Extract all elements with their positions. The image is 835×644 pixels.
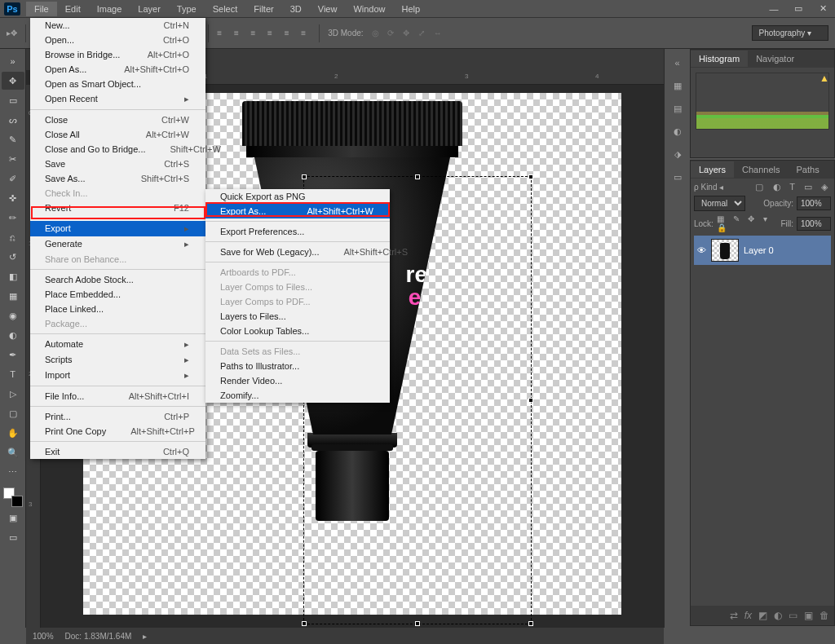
menu-item-render-video-[interactable]: Render Video... — [205, 373, 390, 388]
adjustments-panel-icon[interactable]: ◐ — [667, 122, 688, 140]
menu-item-color-lookup-tables-[interactable]: Color Lookup Tables... — [205, 324, 390, 338]
menu-help[interactable]: Help — [394, 2, 429, 16]
menu-item-save[interactable]: SaveCtrl+S — [30, 157, 205, 171]
tab-layers[interactable]: Layers — [691, 161, 734, 178]
menu-3d[interactable]: 3D — [282, 2, 310, 16]
menu-filter[interactable]: Filter — [245, 2, 281, 16]
minimize-button[interactable]: — — [762, 0, 786, 18]
menu-item-revert[interactable]: RevertF12 — [30, 201, 205, 215]
workspace-preset[interactable]: Photography ▾ — [752, 25, 829, 41]
menu-item-file-info-[interactable]: File Info...Alt+Shift+Ctrl+I — [30, 389, 205, 404]
new-layer-icon[interactable]: ▣ — [804, 610, 813, 621]
stamp-tool[interactable]: ⎌ — [2, 228, 24, 246]
menu-item-exit[interactable]: ExitCtrl+Q — [30, 444, 205, 459]
swatches-panel-icon[interactable]: ▤ — [667, 99, 688, 117]
tab-histogram[interactable]: Histogram — [691, 51, 748, 67]
eraser-tool[interactable]: ◧ — [2, 267, 24, 285]
menu-item-export[interactable]: Export — [30, 221, 205, 236]
layer-fx-icon[interactable]: fx — [744, 610, 752, 621]
layer-thumbnail[interactable] — [711, 239, 739, 262]
menu-item-layers-to-files-[interactable]: Layers to Files... — [205, 309, 390, 324]
menu-image[interactable]: Image — [89, 2, 130, 16]
panel-collapse-icon[interactable]: « — [667, 54, 688, 72]
layer-mask-icon[interactable]: ◩ — [758, 610, 767, 621]
menu-item-generate[interactable]: Generate — [30, 236, 205, 252]
tab-channels[interactable]: Channels — [734, 161, 788, 178]
menu-item-save-as-[interactable]: Save As...Shift+Ctrl+S — [30, 171, 205, 186]
menu-item-print-one-copy[interactable]: Print One CopyAlt+Shift+Ctrl+P — [30, 424, 205, 439]
menu-item-export-preferences-[interactable]: Export Preferences... — [205, 224, 390, 239]
restore-button[interactable]: ▭ — [786, 0, 811, 18]
type-tool[interactable]: T — [2, 365, 24, 383]
filter-icons[interactable]: ▢ ◐ T ▭ ◈ — [755, 182, 831, 192]
gradient-tool[interactable]: ▦ — [2, 287, 24, 305]
expand-icon[interactable]: » — [2, 52, 24, 70]
background-swatch[interactable] — [11, 496, 23, 507]
pen-tool[interactable]: ✒ — [2, 346, 24, 364]
menu-item-close-and-go-to-bridge-[interactable]: Close and Go to Bridge...Shift+Ctrl+W — [30, 142, 205, 157]
path-select-tool[interactable]: ▷ — [2, 385, 24, 403]
tab-navigator[interactable]: Navigator — [748, 51, 802, 67]
delete-layer-icon[interactable]: 🗑 — [820, 610, 829, 621]
menu-item-print-[interactable]: Print...Ctrl+P — [30, 409, 205, 424]
fill-input[interactable] — [797, 217, 831, 231]
dodge-tool[interactable]: ◐ — [2, 326, 24, 344]
hand-tool[interactable]: ✋ — [2, 424, 24, 442]
menu-layer[interactable]: Layer — [130, 2, 169, 16]
3d-mode-icons[interactable]: ◎ ⟳ ✥ ⤢ ↔ — [372, 29, 445, 37]
export-submenu[interactable]: Quick Export as PNGExport As...Alt+Shift… — [205, 189, 390, 403]
marquee-tool[interactable]: ▭ — [2, 91, 24, 109]
menu-select[interactable]: Select — [205, 2, 246, 16]
lasso-tool[interactable]: ᔕ — [2, 111, 24, 129]
adjustment-layer-icon[interactable]: ◐ — [774, 610, 782, 621]
styles-panel-icon[interactable]: ⬗ — [667, 145, 688, 163]
menu-type[interactable]: Type — [169, 2, 205, 16]
close-button[interactable]: ✕ — [811, 0, 835, 18]
menu-item-close[interactable]: CloseCtrl+W — [30, 112, 205, 127]
quickmask-tool[interactable]: ▣ — [2, 509, 24, 527]
menu-item-save-for-web-legacy-[interactable]: Save for Web (Legacy)...Alt+Shift+Ctrl+S — [205, 245, 390, 259]
menu-item-open-as-smart-object-[interactable]: Open as Smart Object... — [30, 77, 205, 91]
doc-size[interactable]: Doc: 1.83M/1.64M — [65, 632, 132, 641]
status-arrow-icon[interactable]: ▸ — [143, 632, 147, 641]
menu-item-new-[interactable]: New...Ctrl+N — [30, 18, 205, 33]
menu-item-open-[interactable]: Open...Ctrl+O — [30, 33, 205, 47]
menu-file[interactable]: File — [26, 2, 57, 16]
menu-item-scripts[interactable]: Scripts — [30, 352, 205, 368]
menu-item-place-linked-[interactable]: Place Linked... — [30, 302, 205, 316]
menu-window[interactable]: Window — [345, 2, 393, 16]
lock-icons[interactable]: ▦ ✎ ✥ ▾ 🔒 — [717, 214, 778, 232]
menu-item-search-adobe-stock-[interactable]: Search Adobe Stock... — [30, 272, 205, 287]
quick-select-tool[interactable]: ✎ — [2, 130, 24, 148]
menu-item-open-recent[interactable]: Open Recent — [30, 91, 205, 107]
brush-tool[interactable]: ✏ — [2, 209, 24, 227]
menu-item-export-as-[interactable]: Export As...Alt+Shift+Ctrl+W — [205, 204, 390, 218]
menu-view[interactable]: View — [310, 2, 346, 16]
group-icon[interactable]: ▭ — [789, 610, 797, 621]
screenmode-tool[interactable]: ▭ — [2, 528, 24, 546]
libraries-panel-icon[interactable]: ▭ — [667, 168, 688, 186]
crop-tool[interactable]: ✂ — [2, 150, 24, 168]
layer-row[interactable]: 👁 Layer 0 — [694, 236, 831, 265]
menu-item-zoomify-[interactable]: Zoomify... — [205, 388, 390, 403]
healing-tool[interactable]: ✜ — [2, 189, 24, 207]
link-layers-icon[interactable]: ⇄ — [730, 610, 738, 621]
tab-paths[interactable]: Paths — [789, 161, 828, 178]
menu-item-place-embedded-[interactable]: Place Embedded... — [30, 287, 205, 302]
color-panel-icon[interactable]: ▦ — [667, 77, 688, 95]
zoom-tool[interactable]: 🔍 — [2, 443, 24, 461]
color-swatches[interactable] — [3, 487, 23, 507]
menu-item-paths-to-illustrator-[interactable]: Paths to Illustrator... — [205, 359, 390, 373]
file-menu-dropdown[interactable]: New...Ctrl+NOpen...Ctrl+OBrowse in Bridg… — [30, 18, 205, 459]
history-brush-tool[interactable]: ↺ — [2, 248, 24, 266]
menu-item-browse-in-bridge-[interactable]: Browse in Bridge...Alt+Ctrl+O — [30, 47, 205, 62]
menu-edit[interactable]: Edit — [57, 2, 89, 16]
zoom-level[interactable]: 100% — [33, 632, 54, 641]
layer-name[interactable]: Layer 0 — [744, 245, 774, 255]
blend-mode-select[interactable]: Normal — [694, 196, 745, 211]
visibility-icon[interactable]: 👁 — [697, 245, 706, 255]
shape-tool[interactable]: ▢ — [2, 404, 24, 422]
opacity-input[interactable] — [797, 196, 831, 210]
menu-item-open-as-[interactable]: Open As...Alt+Shift+Ctrl+O — [30, 62, 205, 77]
edit-toolbar[interactable]: ⋯ — [2, 463, 24, 481]
